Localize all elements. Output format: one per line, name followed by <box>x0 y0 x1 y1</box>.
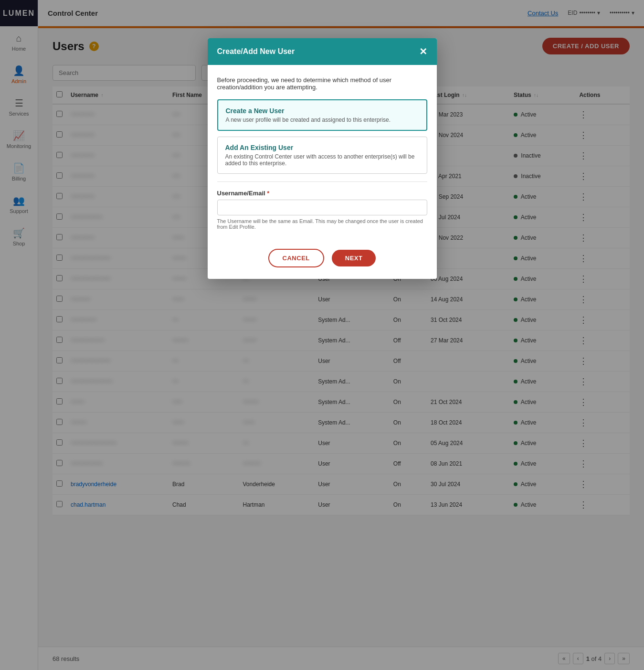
modal-body: Before proceeding, we need to determine … <box>208 65 437 241</box>
form-label: Username/Email * <box>217 190 427 197</box>
modal-overlay: Create/Add New User ✕ Before proceeding,… <box>0 0 644 670</box>
modal-header: Create/Add New User ✕ <box>208 38 437 65</box>
username-email-input[interactable] <box>217 200 427 215</box>
option1-title: Create a New User <box>226 107 419 115</box>
cancel-button[interactable]: CANCEL <box>268 249 324 267</box>
next-button[interactable]: NEXT <box>332 250 376 266</box>
modal-close-button[interactable]: ✕ <box>419 46 427 57</box>
form-divider <box>217 181 427 182</box>
modal-intro: Before proceeding, we need to determine … <box>217 76 427 91</box>
create-new-user-option[interactable]: Create a New User A new user profile wil… <box>217 99 427 131</box>
option2-desc: An existing Control Center user with acc… <box>225 153 419 167</box>
modal-title: Create/Add New User <box>217 47 295 56</box>
modal-footer: CANCEL NEXT <box>208 241 437 279</box>
form-hint: The Username will be the same as Email. … <box>217 218 427 230</box>
option1-desc: A new user profile will be created and a… <box>226 117 419 123</box>
option2-title: Add An Existing User <box>225 144 419 151</box>
required-star: * <box>267 190 269 197</box>
add-existing-user-option[interactable]: Add An Existing User An existing Control… <box>217 137 427 174</box>
modal: Create/Add New User ✕ Before proceeding,… <box>208 38 437 279</box>
username-email-group: Username/Email * The Username will be th… <box>217 190 427 230</box>
